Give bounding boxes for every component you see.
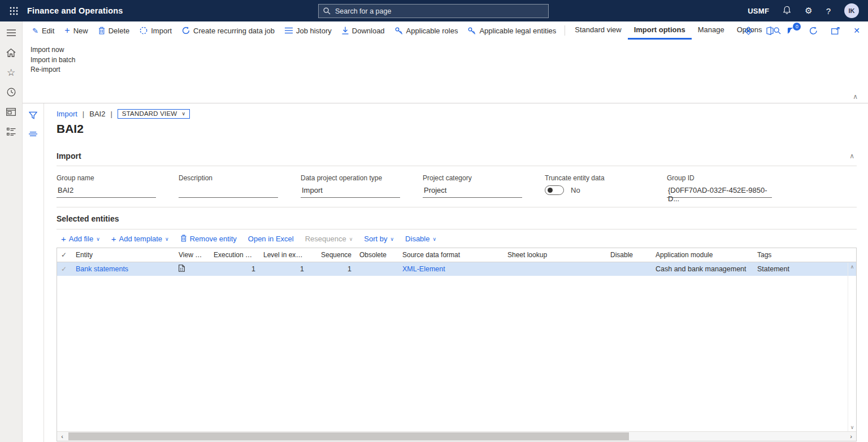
column-disable[interactable]: Disable [606,251,652,259]
column-level-in-execution[interactable]: Level in executi... [259,251,308,259]
menu-item-import-in-batch[interactable]: Import in batch [31,55,75,66]
office-apps-icon[interactable] [766,27,774,35]
operation-type-input[interactable]: Import [301,186,400,198]
close-icon[interactable]: ✕ [853,26,860,35]
user-avatar[interactable]: IK [844,3,859,18]
company-selector[interactable]: USMF [748,7,769,15]
edit-button[interactable]: ✎ Edit [27,21,59,40]
import-button[interactable]: Import [134,21,177,40]
entities-section-title[interactable]: Selected entities [57,214,119,223]
notifications-bell-icon[interactable] [783,6,791,16]
view-map-cell[interactable] [175,265,210,274]
add-file-button[interactable]: + Add file ∨ [57,234,105,244]
vertical-scrollbar[interactable]: ∧ ∨ [848,263,856,431]
level-in-execution-cell[interactable]: 1 [259,265,308,273]
page-search-input[interactable]: Search for a page [318,4,549,18]
tab-standard-view[interactable]: Standard view [568,21,627,40]
scroll-down-icon[interactable]: ∨ [850,424,854,430]
column-source-data-format[interactable]: Source data format [398,251,504,259]
sort-by-button[interactable]: Sort by ∨ [359,235,398,243]
collapse-section-icon[interactable]: ∧ [849,152,857,160]
refresh-icon[interactable] [809,27,818,35]
collapse-panel-icon[interactable] [29,131,37,137]
resequence-button[interactable]: Resequence ∨ [301,235,358,243]
column-view-map[interactable]: View map [175,251,210,259]
description-input[interactable] [179,186,278,198]
open-in-excel-button[interactable]: Open in Excel [244,235,298,243]
remove-entity-button[interactable]: Remove entity [176,235,241,244]
messages-icon[interactable]: 0 [787,27,796,35]
recent-clock-icon[interactable] [6,86,17,98]
scroll-right-icon[interactable]: › [846,433,856,440]
disable-button[interactable]: Disable ∨ [401,235,441,243]
source-data-format-link[interactable]: XML-Element [398,265,504,273]
scroll-up-icon[interactable]: ∧ [850,264,854,270]
project-category-input[interactable]: Project [423,186,522,198]
home-icon[interactable] [6,47,17,58]
scrollbar-thumb[interactable] [68,432,629,440]
row-checkmark-icon[interactable]: ✓ [57,265,72,273]
column-entity[interactable]: Entity [72,251,175,259]
power-apps-icon[interactable] [744,27,753,35]
job-history-button[interactable]: Job history [280,21,337,40]
help-icon[interactable]: ? [826,6,831,16]
tags-cell[interactable]: Statement [753,265,856,273]
breadcrumb-link-import[interactable]: Import [57,110,77,118]
group-name-input[interactable]: BAI2 [57,186,156,198]
table-row[interactable]: ✓ Bank statements 1 1 1 XML-Elem [57,262,856,276]
hamburger-menu-icon[interactable] [6,27,17,38]
horizontal-scrollbar[interactable]: ‹ › [57,431,856,441]
delete-button[interactable]: Delete [93,21,135,40]
favorites-star-icon[interactable]: ☆ [6,67,17,78]
top-navigation-bar: Finance and Operations Search for a page… [0,0,868,21]
field-truncate-entity-data: Truncate entity data No [545,174,644,198]
column-obsolete[interactable]: Obsolete [355,251,398,259]
modules-list-icon[interactable] [6,126,17,137]
collapse-action-pane-icon[interactable]: ∧ [853,93,858,101]
plus-icon: + [61,234,66,244]
sequence-cell[interactable]: 1 [308,265,355,273]
toggle-knob [548,188,553,193]
recurring-job-icon [182,27,190,34]
execution-unit-cell[interactable]: 1 [210,265,259,273]
column-tags[interactable]: Tags [753,251,856,259]
page-title: BAI2 [57,122,857,136]
new-button[interactable]: + New [59,21,93,40]
open-in-new-window-icon[interactable] [831,27,840,34]
menu-item-re-import[interactable]: Re-import [31,65,60,75]
breadcrumb-current: BAI2 [89,110,105,118]
chevron-down-icon: ∨ [349,236,353,242]
column-sequence[interactable]: Sequence [308,251,355,259]
field-operation-type: Data project operation type Import [301,174,400,198]
scrollbar-track[interactable] [67,432,846,441]
add-template-button[interactable]: + Add template ∨ [107,234,173,244]
column-sheet-lookup[interactable]: Sheet lookup [504,251,606,259]
applicable-legal-entities-button[interactable]: Applicable legal entities [463,21,561,40]
import-options-menu: Import now Import in batch Re-import [23,40,868,75]
column-application-module[interactable]: Application module [652,251,753,259]
applicable-roles-button[interactable]: Applicable roles [390,21,463,40]
group-id-input[interactable]: {D0FF70AD-032F-452E-9850-D... [667,186,772,198]
menu-item-import-now[interactable]: Import now [31,45,64,55]
view-selector-dropdown[interactable]: STANDARD VIEW ∨ [118,109,190,119]
tab-import-options[interactable]: Import options [628,21,692,40]
workspaces-icon[interactable] [6,106,17,118]
column-execution-unit[interactable]: Execution unit↑ [210,251,259,259]
application-module-cell[interactable]: Cash and bank management [652,265,753,273]
settings-gear-icon[interactable]: ⚙ [805,6,812,16]
select-all-checkmark-icon[interactable]: ✓ [57,251,72,259]
app-launcher-waffle-icon[interactable] [0,0,27,21]
entity-link[interactable]: Bank statements [72,265,175,273]
chevron-down-icon: ∨ [165,236,169,242]
tab-manage[interactable]: Manage [692,21,731,40]
download-button[interactable]: Download [337,21,390,40]
create-recurring-data-job-button[interactable]: Create recurring data job [177,21,280,40]
import-section-title[interactable]: Import [57,151,81,161]
breadcrumb: Import | BAI2 | STANDARD VIEW ∨ [57,109,857,119]
filter-funnel-icon[interactable] [29,111,37,120]
chevron-down-icon: ∨ [181,111,185,116]
scroll-left-icon[interactable]: ‹ [57,433,67,440]
grid-header-row: ✓ Entity View map Execution unit↑ Level … [57,248,856,262]
truncate-toggle[interactable] [545,185,564,195]
field-group-name: Group name BAI2 [57,174,156,198]
